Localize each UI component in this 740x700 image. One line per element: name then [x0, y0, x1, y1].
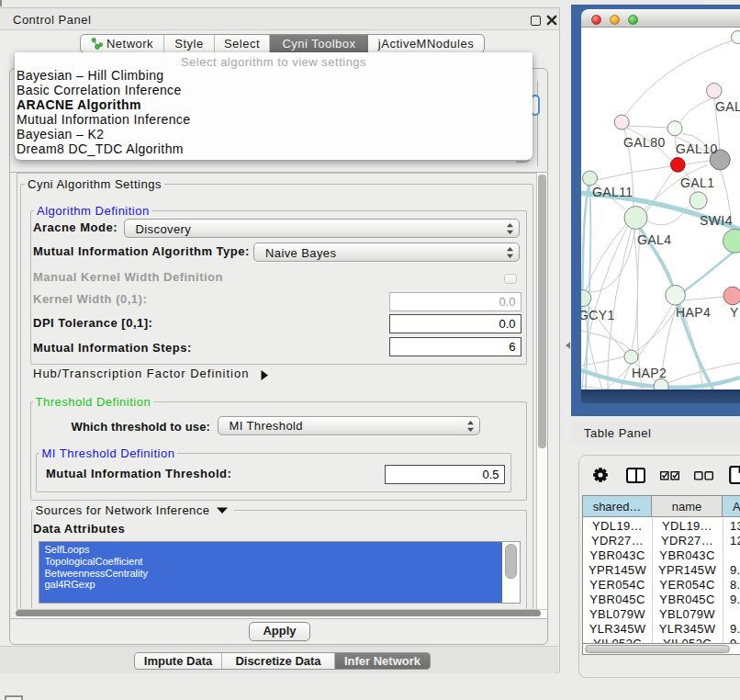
svg-text:GAL1: GAL1	[680, 175, 714, 190]
svg-text:GAL4: GAL4	[637, 232, 671, 247]
svg-text:GAL7: GAL7	[715, 99, 740, 114]
svg-text:GAL11: GAL11	[592, 185, 633, 199]
svg-text:GAL10: GAL10	[676, 141, 718, 156]
svg-text:SWI4: SWI4	[700, 213, 733, 228]
svg-text:Y: Y	[730, 305, 739, 320]
svg-text:GAL80: GAL80	[623, 135, 666, 150]
svg-text:GCY1: GCY1	[581, 308, 615, 322]
svg-text:HAP4: HAP4	[676, 305, 711, 320]
svg-text:HAP2: HAP2	[632, 366, 667, 380]
